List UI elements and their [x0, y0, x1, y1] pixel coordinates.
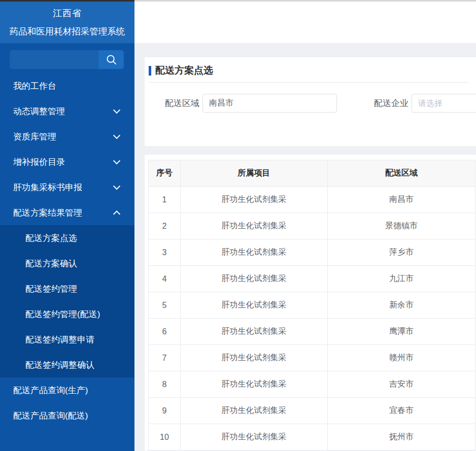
sidebar-subitem-label: 配送签约调整确认: [25, 359, 94, 371]
table-row[interactable]: 10肝功生化试剂集采抚州市: [149, 424, 475, 450]
table-cell: 1: [149, 187, 181, 213]
app-system-title: 药品和医用耗材招采管理系统: [0, 25, 134, 38]
table-cell: 7: [149, 345, 181, 371]
app-window: 江西省 药品和医用耗材招采管理系统 我的工作台动态调整管理资质库管理增补报价目录…: [0, 0, 476, 451]
sidebar-subitem-label: 配送签约管理: [25, 283, 77, 295]
sidebar-item-label: 配送方案结果管理: [13, 207, 82, 219]
sidebar-subitem[interactable]: 配送方案确认: [0, 251, 134, 276]
table-cell: 九江市: [328, 266, 475, 292]
table-cell: 肝功生化试剂集采: [181, 292, 328, 319]
table-row[interactable]: 5肝功生化试剂集采新余市: [149, 292, 475, 319]
table-row[interactable]: 1肝功生化试剂集采南昌市: [149, 187, 475, 213]
table-row[interactable]: 2肝功生化试剂集采景德镇市: [149, 213, 475, 239]
table-cell: 肝功生化试剂集采: [181, 345, 328, 371]
table-column-header: 序号: [149, 160, 181, 187]
filter-panel: 配送方案点选 配送区域 配送企业: [145, 57, 476, 146]
sidebar-item-label: 配送产品查询(配送): [13, 410, 88, 422]
sidebar-item[interactable]: 增补报价目录: [0, 149, 134, 175]
table-cell: 3: [149, 239, 181, 266]
sidebar-subitem[interactable]: 配送签约调整申请: [0, 327, 134, 352]
chevron-down-icon: [113, 106, 120, 113]
chevron-down-icon: [113, 131, 120, 138]
sidebar-search: [10, 50, 124, 69]
sidebar: 江西省 药品和医用耗材招采管理系统 我的工作台动态调整管理资质库管理增补报价目录…: [0, 0, 134, 451]
table-cell: 6: [149, 319, 181, 345]
filter-delivery-region: 配送区域: [165, 94, 337, 113]
page-title-row: 配送方案点选: [149, 63, 468, 78]
table-cell: 9: [149, 398, 181, 424]
sidebar-item-label: 配送产品查询(生产): [13, 385, 88, 396]
sidebar-item[interactable]: 我的工作台: [0, 73, 134, 98]
table-cell: 肝功生化试剂集采: [181, 266, 328, 292]
sidebar-item-label: 资质库管理: [13, 131, 56, 143]
table-row[interactable]: 6肝功生化试剂集采鹰潭市: [149, 319, 475, 345]
table-cell: 宜春市: [328, 398, 475, 424]
table-cell: 赣州市: [328, 345, 475, 371]
delivery-enterprise-label: 配送企业: [374, 97, 409, 109]
table-cell: 肝功生化试剂集采: [181, 213, 328, 239]
sidebar-item-label: 增补报价目录: [13, 156, 65, 168]
table-cell: 新余市: [328, 292, 475, 319]
sidebar-item[interactable]: 配送产品查询(配送): [0, 403, 134, 428]
sidebar-subitem[interactable]: 配送签约调整确认: [0, 352, 134, 377]
filter-delivery-enterprise: 配送企业: [374, 94, 476, 113]
title-accent-bar: [149, 66, 151, 76]
sidebar-item-label: 我的工作台: [13, 80, 56, 92]
table-row[interactable]: 4肝功生化试剂集采九江市: [149, 266, 475, 292]
table-cell: 肝功生化试剂集采: [181, 424, 328, 450]
sidebar-subitem-label: 配送方案确认: [25, 258, 77, 269]
content-area: 配送方案点选 配送区域 配送企业 序号所属项目配送区域: [134, 43, 476, 451]
search-icon: [106, 54, 117, 65]
delivery-region-input[interactable]: [202, 94, 337, 113]
app-region-title: 江西省: [0, 7, 134, 19]
sidebar-item[interactable]: 配送产品查询(生产): [0, 377, 134, 403]
sidebar-item[interactable]: 配送方案结果管理: [0, 200, 134, 225]
table-row[interactable]: 3肝功生化试剂集采萍乡市: [149, 239, 475, 266]
filter-row: 配送区域 配送企业: [149, 94, 468, 113]
sidebar-subitem-label: 配送签约调整申请: [25, 334, 94, 345]
sidebar-submenu: 配送方案点选配送方案确认配送签约管理配送签约管理(配送)配送签约调整申请配送签约…: [0, 225, 134, 377]
sidebar-subitem[interactable]: 配送方案点选: [0, 225, 134, 251]
sidebar-item-label: 肝功集采标书申报: [13, 182, 82, 193]
table-row[interactable]: 7肝功生化试剂集采赣州市: [149, 345, 475, 371]
sidebar-item[interactable]: 资质库管理: [0, 124, 134, 149]
table-body: 1肝功生化试剂集采南昌市2肝功生化试剂集采景德镇市3肝功生化试剂集采萍乡市4肝功…: [149, 187, 475, 450]
chevron-up-icon: [113, 210, 120, 217]
results-table: 序号所属项目配送区域 1肝功生化试剂集采南昌市2肝功生化试剂集采景德镇市3肝功生…: [148, 160, 475, 450]
table-cell: 鹰潭市: [328, 319, 475, 345]
delivery-enterprise-select[interactable]: [412, 94, 476, 113]
sidebar-subitem-label: 配送签约管理(配送): [25, 308, 100, 320]
table-row[interactable]: 8肝功生化试剂集采吉安市: [149, 371, 475, 398]
chevron-down-icon: [113, 182, 120, 189]
table-cell: 4: [149, 266, 181, 292]
sidebar-subitem[interactable]: 配送签约管理: [0, 276, 134, 301]
search-input[interactable]: [10, 50, 98, 69]
sidebar-subitem[interactable]: 配送签约管理(配送): [0, 301, 134, 327]
main-area: 配送方案点选 配送区域 配送企业 序号所属项目配送区域: [134, 0, 476, 451]
sidebar-menu: 我的工作台动态调整管理资质库管理增补报价目录肝功集采标书申报配送方案结果管理配送…: [0, 73, 134, 451]
chevron-down-icon: [113, 157, 120, 164]
sidebar-item[interactable]: 动态调整管理: [0, 98, 134, 124]
delivery-region-label: 配送区域: [165, 97, 199, 109]
results-panel: 序号所属项目配送区域 1肝功生化试剂集采南昌市2肝功生化试剂集采景德镇市3肝功生…: [145, 155, 476, 450]
table-cell: 南昌市: [328, 187, 475, 213]
table-cell: 10: [149, 424, 181, 450]
table-row[interactable]: 9肝功生化试剂集采宜春市: [149, 398, 475, 424]
sidebar-item[interactable]: 肝功集采标书申报: [0, 175, 134, 200]
table-cell: 景德镇市: [328, 213, 475, 239]
table-cell: 抚州市: [328, 424, 475, 450]
table-cell: 肝功生化试剂集采: [181, 319, 328, 345]
table-column-header: 配送区域: [328, 160, 475, 187]
table-header-row: 序号所属项目配送区域: [149, 160, 475, 187]
sidebar-subitem-label: 配送方案点选: [25, 232, 77, 244]
app-logo: 江西省 药品和医用耗材招采管理系统: [0, 0, 134, 43]
search-button[interactable]: [98, 50, 124, 69]
table-cell: 肝功生化试剂集采: [181, 187, 328, 213]
page-title: 配送方案点选: [155, 64, 213, 77]
table-cell: 5: [149, 292, 181, 319]
top-header-bar: [134, 0, 476, 43]
table-cell: 2: [149, 213, 181, 239]
table-cell: 吉安市: [328, 371, 475, 398]
table-cell: 萍乡市: [328, 239, 475, 266]
table-cell: 8: [149, 371, 181, 398]
